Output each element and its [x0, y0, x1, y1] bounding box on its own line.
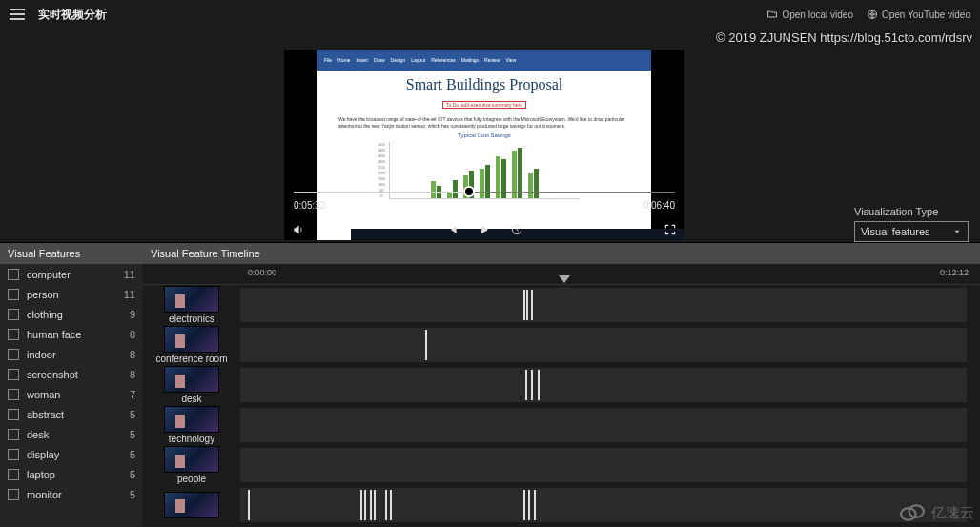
volume-icon[interactable]	[292, 223, 305, 236]
scrubber-knob[interactable]	[463, 186, 475, 197]
feature-item-human-face[interactable]: human face8	[0, 324, 143, 344]
feature-name: clothing	[27, 309, 130, 320]
timeline-track[interactable]	[240, 407, 967, 443]
feature-item-display[interactable]: display5	[0, 444, 143, 464]
timeline-playhead[interactable]	[559, 275, 570, 283]
checkbox-icon[interactable]	[8, 289, 19, 300]
timeline-row-label: electronics	[169, 314, 214, 324]
open-local-video-button[interactable]: Open local video	[766, 9, 853, 20]
timeline-row-label: people	[177, 474, 206, 484]
feature-item-indoor[interactable]: indoor8	[0, 344, 143, 364]
word-ribbon: FileHomeInsertDrawDesignLayoutReferences…	[317, 50, 651, 71]
feature-item-abstract[interactable]: abstract5	[0, 404, 143, 424]
timeline-thumbnail[interactable]	[164, 326, 219, 353]
play-icon[interactable]	[478, 223, 491, 236]
feature-count: 8	[130, 349, 135, 360]
timeline-thumbnail[interactable]	[164, 366, 219, 393]
feature-name: display	[27, 449, 130, 460]
checkbox-icon[interactable]	[8, 329, 19, 340]
timeline-thumbnail[interactable]	[164, 406, 219, 433]
feature-count: 5	[130, 489, 135, 500]
feature-count: 5	[130, 409, 135, 420]
feature-name: human face	[27, 329, 130, 340]
video-content: FileHomeInsertDrawDesignLayoutReferences…	[317, 50, 651, 240]
timeline-row: technology	[143, 405, 980, 445]
feature-item-woman[interactable]: woman7	[0, 384, 143, 404]
timeline-track[interactable]	[240, 287, 967, 323]
feature-name: indoor	[27, 349, 130, 360]
timeline-track[interactable]	[240, 327, 967, 363]
timeline-track[interactable]	[240, 487, 967, 523]
feature-count: 8	[130, 369, 135, 380]
logo-icon	[899, 502, 926, 523]
checkbox-icon[interactable]	[8, 389, 19, 400]
checkbox-icon[interactable]	[8, 469, 19, 480]
timeline-row-label: conference room	[155, 354, 227, 364]
loop-icon[interactable]	[510, 223, 523, 236]
video-controls	[284, 223, 684, 236]
checkbox-icon[interactable]	[8, 369, 19, 380]
checkbox-icon[interactable]	[8, 269, 19, 280]
feature-item-screenshot[interactable]: screenshot8	[0, 364, 143, 384]
app-header: 实时视频分析 Open local video Open YouTube vid…	[0, 0, 980, 29]
visualization-type-block: Visualization Type Visual features	[854, 206, 969, 242]
feature-name: screenshot	[27, 369, 130, 380]
checkbox-icon[interactable]	[8, 429, 19, 440]
feature-count: 8	[130, 329, 135, 340]
chevron-down-icon	[952, 227, 962, 236]
feature-name: desk	[27, 429, 130, 440]
timeline-row: desk	[143, 365, 980, 405]
feature-name: monitor	[27, 489, 130, 500]
visualization-type-label: Visualization Type	[854, 206, 969, 217]
timeline-track[interactable]	[240, 447, 967, 483]
app-title: 实时视频分析	[38, 7, 107, 23]
open-youtube-video-button[interactable]: Open YouTube video	[867, 9, 970, 20]
timeline-end-time: 0:12:12	[940, 268, 969, 277]
timeline-ruler[interactable]: 0:00:00 0:12:12	[143, 264, 980, 285]
feature-item-monitor[interactable]: monitor5	[0, 484, 143, 504]
video-current-time: 0:05:32	[294, 200, 325, 211]
timeline-thumbnail[interactable]	[164, 286, 219, 313]
prev-icon[interactable]	[445, 223, 459, 236]
feature-item-computer[interactable]: computer11	[0, 264, 143, 284]
doc-paragraph: We have the broadest range of state-of-t…	[338, 116, 630, 129]
timeline-thumbnail[interactable]	[164, 492, 219, 518]
checkbox-icon[interactable]	[8, 309, 19, 320]
fullscreen-icon[interactable]	[664, 223, 677, 236]
video-scrubber[interactable]	[294, 192, 675, 193]
video-total-time: 0:06:40	[643, 200, 675, 211]
doc-chart-title: Typical Cost Savings	[329, 132, 640, 138]
visual-features-header: Visual Features	[0, 243, 143, 264]
doc-todo: To Do: add executive summary here	[442, 101, 526, 109]
timeline-row-label: technology	[169, 434, 214, 444]
feature-count: 5	[130, 449, 135, 460]
checkbox-icon[interactable]	[8, 409, 19, 420]
video-stage: © 2019 ZJUNSEN https://blog.51cto.com/rd…	[0, 29, 980, 242]
doc-heading: Smart Buildings Proposal	[329, 76, 640, 93]
timeline-row: people	[143, 445, 980, 485]
checkbox-icon[interactable]	[8, 349, 19, 360]
timeline-thumbnail[interactable]	[164, 446, 219, 473]
feature-item-person[interactable]: person11	[0, 284, 143, 304]
feature-count: 9	[130, 309, 135, 320]
feature-item-laptop[interactable]: laptop5	[0, 464, 143, 484]
menu-icon[interactable]	[10, 9, 25, 20]
doc-chart: 450400350300250200150100500	[389, 142, 580, 199]
visualization-type-select[interactable]: Visual features	[854, 221, 969, 242]
timeline-track[interactable]	[240, 367, 967, 403]
feature-name: computer	[27, 269, 124, 280]
timeline-row	[143, 485, 980, 525]
timeline-row: electronics	[143, 285, 980, 325]
feature-item-desk[interactable]: desk5	[0, 424, 143, 444]
checkbox-icon[interactable]	[8, 449, 19, 460]
feature-item-clothing[interactable]: clothing9	[0, 304, 143, 324]
checkbox-icon[interactable]	[8, 489, 19, 500]
feature-count: 5	[130, 469, 135, 480]
watermark-text: © 2019 ZJUNSEN https://blog.51cto.com/rd…	[716, 30, 972, 45]
feature-name: abstract	[27, 409, 130, 420]
timeline-header: Visual Feature Timeline	[143, 243, 980, 264]
timeline-start-time: 0:00:00	[248, 268, 276, 277]
visual-features-panel: Visual Features computer11person11clothi…	[0, 243, 143, 527]
feature-name: woman	[27, 389, 130, 400]
feature-count: 11	[124, 269, 135, 280]
